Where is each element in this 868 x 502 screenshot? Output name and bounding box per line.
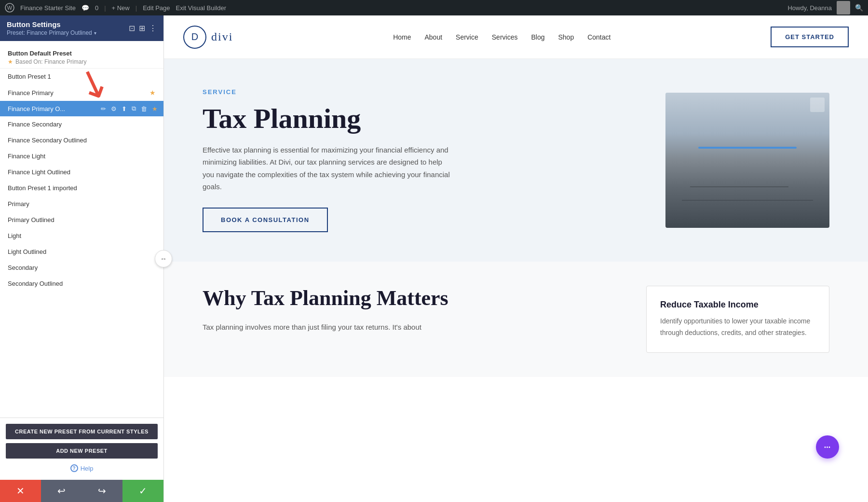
star-icon: ★ [149,89,156,97]
save-button[interactable]: ✓ [122,480,163,502]
list-item[interactable]: Finance Primary ★ [0,84,163,101]
list-item[interactable]: Primary Outlined [0,212,163,228]
list-item[interactable]: Light [0,228,163,244]
list-item[interactable]: Secondary [0,260,163,276]
left-panel: Button Settings Preset: Finance Primary … [0,15,164,502]
list-item[interactable]: Button Preset 1 imported [0,180,163,196]
panel-subtitle[interactable]: Preset: Finance Primary Outlined ▾ [7,29,96,36]
laptop-image [665,93,829,228]
preset-label: Secondary Outlined [8,280,156,287]
wordpress-icon: W [5,3,14,13]
preset-label: Button Preset 1 imported [8,184,156,192]
preset-item-actions: ✏ ⚙ ⬆ ⧉ 🗑 ★ [99,104,160,113]
panel-resize-handle[interactable]: ↔ [155,250,172,267]
site-nav: D divi Home About Service Services Blog … [164,15,868,59]
list-item[interactable]: Secondary Outlined [0,276,163,292]
create-preset-button[interactable]: CREATE NEW PRESET FROM CURRENT STYLES [6,424,158,439]
undo-button[interactable]: ↩ [41,480,82,502]
duplicate-preset-button[interactable]: ⧉ [130,104,138,113]
section-description: Tax planning involves more than just fil… [203,321,617,334]
edit-preset-button[interactable]: ✏ [99,104,108,113]
layout-button[interactable]: ⊞ [139,24,145,33]
new-link[interactable]: + New [112,4,130,12]
preset-label: Primary [8,200,156,208]
hero-section: SERVICE Tax Planning Effective tax plann… [164,59,868,262]
list-item[interactable]: Finance Secondary [0,116,163,132]
preset-label: Finance Light [8,153,156,160]
export-preset-button[interactable]: ⬆ [120,104,129,113]
search-button[interactable]: 🔍 [855,4,863,12]
preview-toggle-button[interactable]: ⊡ [129,24,135,33]
preset-label: Light [8,232,156,239]
section-title: Why Tax Planning Matters [203,286,617,311]
howdy-text: Howdy, Deanna [787,4,832,12]
site-name[interactable]: Finance Starter Site [20,4,76,12]
side-card: Reduce Taxable Income Identify opportuni… [646,286,829,353]
star-icon: ★ [8,58,13,65]
panel-title: Button Settings [7,20,96,28]
nav-link-about[interactable]: About [424,33,442,41]
preset-default-section: Button Default Preset ★ Based On: Financ… [0,45,163,69]
side-card-title: Reduce Taxable Income [660,300,815,310]
side-card-description: Identify opportunities to lower your tax… [660,316,815,339]
nav-logo: D divi [183,26,233,49]
nav-link-services[interactable]: Services [492,33,518,41]
comments-icon: 💬 [81,4,89,12]
active-preset-item[interactable]: Finance Primary O... ✏ ⚙ ⬆ ⧉ 🗑 ★ [0,101,163,116]
site-content: D divi Home About Service Services Blog … [164,15,868,502]
exit-builder-link[interactable]: Exit Visual Builder [176,4,227,12]
preset-label: Secondary [8,264,156,271]
active-preset-label: Finance Primary O... [8,105,99,112]
list-item[interactable]: Finance Secondary Outlined [0,132,163,148]
svg-text:W: W [7,5,13,11]
preset-label: Finance Light Outlined [8,168,156,176]
nav-link-service[interactable]: Service [456,33,478,41]
avatar [837,1,850,14]
nav-link-blog[interactable]: Blog [531,33,544,41]
list-item[interactable]: Finance Light [0,148,163,164]
redo-button[interactable]: ↪ [82,480,123,502]
help-label: Help [81,465,94,472]
list-item[interactable]: Light Outlined [0,244,163,260]
hero-description: Effective tax planning is essential for … [203,144,453,193]
panel-footer: CREATE NEW PRESET FROM CURRENT STYLES AD… [0,418,163,480]
preset-label: Finance Primary [8,89,149,97]
cancel-button[interactable]: ✕ [0,480,41,502]
help-link[interactable]: ? Help [6,462,158,474]
help-icon: ? [70,464,78,472]
nav-link-contact[interactable]: Contact [587,33,610,41]
logo-circle: D [183,26,206,49]
list-item[interactable]: Finance Light Outlined [0,164,163,180]
delete-preset-button[interactable]: 🗑 [139,104,149,113]
fab-button[interactable]: ••• [816,435,839,459]
fab-icon: ••• [824,445,831,450]
admin-bar: W Finance Starter Site 💬 0 | + New | Edi… [0,0,868,15]
preset-label: Light Outlined [8,248,156,255]
preset-list: Button Default Preset ★ Based On: Financ… [0,41,163,418]
comments-count: 0 [95,4,98,12]
edit-page-link[interactable]: Edit Page [143,4,170,12]
preset-default-title: Button Default Preset [8,50,156,57]
bottom-left-content: Why Tax Planning Matters Tax planning in… [203,286,617,333]
panel-header: Button Settings Preset: Finance Primary … [0,15,163,41]
panel-header-icons: ⊡ ⊞ ⋮ [129,24,157,33]
preset-label: Finance Secondary Outlined [8,137,156,144]
chevron-down-icon: ▾ [94,30,96,36]
settings-preset-button[interactable]: ⚙ [109,104,119,113]
hero-title: Tax Planning [203,103,637,134]
book-consultation-button[interactable]: BOOK A CONSULTATION [203,208,328,232]
get-started-button[interactable]: GET STARTED [771,27,849,47]
add-preset-button[interactable]: ADD NEW PRESET [6,443,158,459]
admin-bar-left: W Finance Starter Site 💬 0 | + New | Edi… [5,3,781,13]
star-preset-button[interactable]: ★ [150,104,160,113]
nav-link-home[interactable]: Home [393,33,411,41]
nav-link-shop[interactable]: Shop [558,33,574,41]
list-item[interactable]: Button Preset 1 [0,69,163,84]
more-options-button[interactable]: ⋮ [149,24,157,33]
list-item[interactable]: Primary [0,196,163,212]
nav-links: Home About Service Services Blog Shop Co… [393,33,610,41]
preset-label: Finance Secondary [8,121,156,128]
admin-bar-right: Howdy, Deanna 🔍 [787,1,863,14]
hero-content: SERVICE Tax Planning Effective tax plann… [203,88,637,232]
main-layout: Button Settings Preset: Finance Primary … [0,15,868,502]
